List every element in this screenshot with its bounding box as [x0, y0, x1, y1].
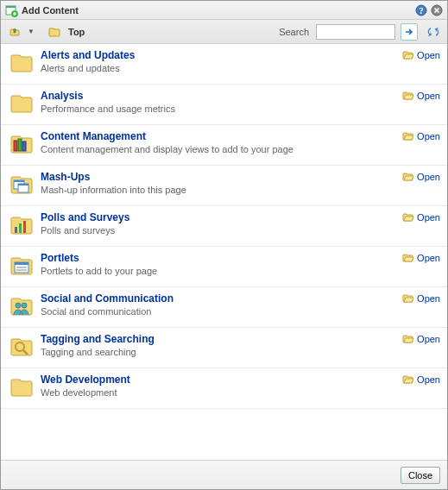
search-label: Search	[279, 27, 309, 37]
svg-rect-15	[23, 221, 26, 233]
category-description: Content management and display views to …	[41, 144, 402, 154]
folder-open-icon	[402, 50, 414, 62]
folder-open-icon	[402, 131, 414, 143]
open-action[interactable]: Open	[402, 130, 440, 158]
open-label: Open	[417, 293, 440, 304]
open-label: Open	[417, 50, 440, 60]
category-title-link[interactable]: Polls and Surveys	[41, 211, 129, 223]
category-icon	[8, 130, 35, 158]
open-action[interactable]: Open	[402, 90, 440, 117]
toolbar: ▼ Top Search	[1, 20, 447, 44]
list-item: Polls and SurveysPolls and surveysOpen	[1, 206, 447, 247]
open-action[interactable]: Open	[402, 252, 440, 280]
up-split[interactable]: ▼	[27, 23, 35, 41]
category-title-link[interactable]: Alerts and Updates	[41, 49, 135, 61]
open-label: Open	[417, 253, 440, 263]
list-item: Alerts and UpdatesAlerts and updatesOpen	[1, 44, 447, 85]
svg-point-20	[16, 303, 21, 308]
category-description: Tagging and searching	[41, 347, 402, 357]
list-item: Content ManagementContent management and…	[1, 125, 447, 166]
open-label: Open	[417, 374, 440, 385]
folder-open-icon	[402, 334, 414, 346]
dialog-title: Add Content	[22, 5, 413, 16]
category-title-link[interactable]: Mash-Ups	[41, 171, 90, 183]
close-icon-button[interactable]	[430, 3, 444, 17]
list-item: AnalysisPerformance and usage metricsOpe…	[1, 85, 447, 125]
category-title-link[interactable]: Social and Communication	[41, 292, 174, 305]
open-label: Open	[417, 172, 440, 182]
category-description: Social and communication	[41, 306, 402, 317]
dialog-icon	[4, 3, 18, 17]
category-icon	[8, 333, 35, 361]
help-button[interactable]: ?	[414, 3, 428, 17]
category-icon	[8, 211, 35, 239]
search-input[interactable]	[316, 24, 395, 40]
svg-rect-1	[6, 6, 16, 8]
folder-open-icon	[402, 293, 414, 305]
folder-open-icon	[402, 374, 414, 386]
open-label: Open	[417, 91, 440, 101]
category-description: Web development	[41, 387, 402, 398]
open-action[interactable]: Open	[402, 171, 440, 198]
top-folder-button[interactable]	[46, 23, 63, 41]
list-item: PortletsPortlets to add to your pageOpen	[1, 247, 447, 287]
svg-rect-13	[15, 227, 17, 233]
list-item: Social and CommunicationSocial and commu…	[1, 287, 447, 328]
category-description: Mash-up information into this page	[41, 185, 402, 195]
folder-open-icon	[402, 253, 414, 265]
close-button[interactable]: Close	[401, 467, 440, 484]
list-item: Tagging and SearchingTagging and searchi…	[1, 328, 447, 368]
category-icon	[8, 252, 35, 280]
open-action[interactable]: Open	[402, 374, 440, 401]
add-content-dialog: Add Content ? ▼ Top Search Alerts and Up…	[0, 0, 448, 490]
category-description: Performance and usage metrics	[41, 104, 402, 114]
search-go-button[interactable]	[401, 23, 418, 41]
folder-open-icon	[402, 212, 414, 224]
category-title-link[interactable]: Content Management	[41, 130, 146, 142]
category-description: Polls and surveys	[41, 225, 402, 236]
open-action[interactable]: Open	[402, 211, 440, 239]
open-label: Open	[417, 131, 440, 141]
svg-text:?: ?	[420, 6, 424, 16]
up-button[interactable]	[6, 23, 23, 41]
category-description: Alerts and updates	[41, 63, 402, 73]
category-icon	[8, 90, 35, 117]
category-title-link[interactable]: Web Development	[41, 374, 130, 386]
folder-open-icon	[402, 172, 414, 184]
open-label: Open	[417, 212, 440, 223]
open-action[interactable]: Open	[402, 49, 440, 77]
svg-rect-12	[18, 184, 28, 185]
folder-open-icon	[402, 91, 414, 103]
category-icon	[8, 49, 35, 77]
list-item: Mash-UpsMash-up information into this pa…	[1, 166, 447, 206]
svg-rect-8	[22, 141, 26, 151]
svg-rect-14	[19, 223, 22, 233]
category-title-link[interactable]: Portlets	[41, 252, 79, 264]
open-label: Open	[417, 334, 440, 344]
footer: Close	[1, 460, 447, 489]
category-icon	[8, 171, 35, 198]
content-list: Alerts and UpdatesAlerts and updatesOpen…	[1, 44, 447, 460]
svg-rect-6	[14, 141, 17, 151]
svg-rect-10	[14, 180, 24, 182]
category-title-link[interactable]: Analysis	[41, 90, 83, 102]
svg-rect-7	[18, 139, 22, 151]
svg-point-21	[22, 303, 27, 308]
list-item: Web DevelopmentWeb developmentOpen	[1, 368, 447, 409]
category-icon	[8, 292, 35, 320]
refresh-button[interactable]	[425, 23, 442, 41]
open-action[interactable]: Open	[402, 292, 440, 320]
category-icon	[8, 374, 35, 401]
open-action[interactable]: Open	[402, 333, 440, 361]
breadcrumb-top[interactable]: Top	[68, 27, 85, 37]
category-title-link[interactable]: Tagging and Searching	[41, 333, 155, 345]
category-description: Portlets to add to your page	[41, 266, 402, 276]
titlebar: Add Content ?	[1, 1, 447, 20]
svg-rect-17	[15, 262, 28, 265]
